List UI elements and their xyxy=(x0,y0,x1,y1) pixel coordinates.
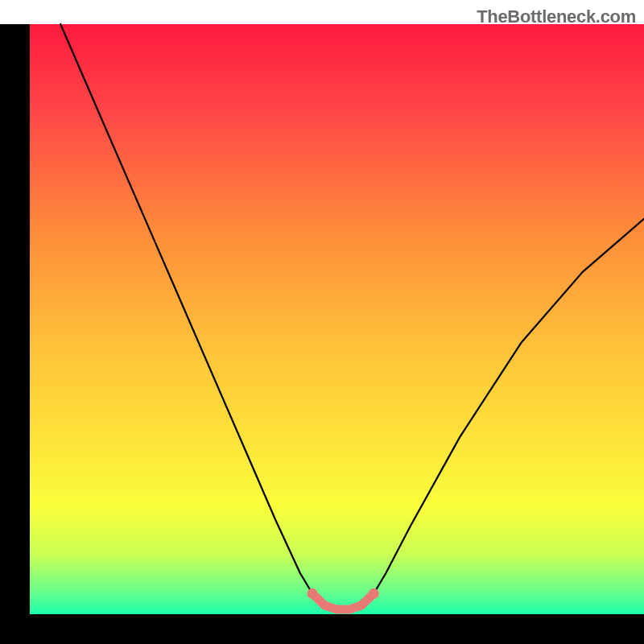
optimal-region-endpoint xyxy=(308,588,318,599)
x-axis-bar xyxy=(0,614,644,644)
y-axis-bar xyxy=(0,24,30,644)
bottleneck-chart xyxy=(0,0,644,644)
optimal-region-endpoint xyxy=(369,588,379,599)
watermark-label: TheBottleneck.com xyxy=(477,6,636,27)
gradient-background xyxy=(30,24,644,614)
chart-container: TheBottleneck.com xyxy=(0,0,644,644)
